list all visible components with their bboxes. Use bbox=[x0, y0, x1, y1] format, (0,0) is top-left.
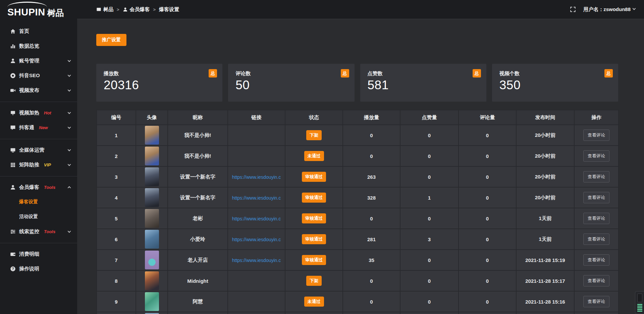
sidebar-item-抖音SEO[interactable]: 抖音SEO bbox=[0, 68, 77, 83]
status-badge: 审核通过 bbox=[302, 213, 326, 223]
chevron-down-icon bbox=[68, 73, 71, 77]
sidebar-item-视频加热[interactable]: 视频加热Hot bbox=[0, 105, 77, 120]
sidebar-item-抖客通[interactable]: 抖客通New bbox=[0, 120, 77, 135]
view-comments-button[interactable]: 查看评论 bbox=[583, 192, 609, 203]
column-header-评论量: 评论量 bbox=[459, 110, 516, 125]
sidebar-subitem-label: 爆客设置 bbox=[19, 199, 38, 205]
user-menu[interactable]: 用户名：zswodun88 bbox=[583, 6, 635, 13]
chevron-down-icon bbox=[633, 7, 636, 10]
cell-status: 审核通过 bbox=[285, 166, 343, 187]
sidebar-item-数据总览[interactable]: 数据总览 bbox=[0, 39, 77, 53]
sidebar-item-label: 矩阵助推 bbox=[19, 162, 39, 168]
sidebar-item-全媒体运营[interactable]: 全媒体运营 bbox=[0, 143, 77, 157]
table-row: 2我不是小帅!未通过00020小时前查看评论 bbox=[97, 146, 619, 166]
floating-side-widget[interactable] bbox=[635, 291, 644, 314]
status-badge: 未通过 bbox=[304, 297, 324, 307]
cell-publish-time: 1天前 bbox=[516, 229, 574, 250]
sidebar-item-视频发布[interactable]: 视频发布 bbox=[0, 83, 77, 98]
sidebar-group: 全媒体运营矩阵助推VIP bbox=[0, 139, 77, 173]
cell-id: 5 bbox=[97, 208, 136, 229]
table-row: 10 bbox=[97, 312, 619, 314]
sidebar-item-消费明细[interactable]: 消费明细 bbox=[0, 247, 77, 261]
video-link[interactable]: https://www.iesdouyin.c bbox=[232, 237, 281, 242]
sliders-icon bbox=[10, 229, 16, 234]
sidebar-item-badge: Tools bbox=[44, 229, 55, 234]
stat-card-total-badge: 总 bbox=[341, 69, 349, 77]
cell-link bbox=[228, 291, 285, 312]
cell-likes: 0 bbox=[400, 250, 459, 270]
cell-link: https://www.iesdouyin.c bbox=[228, 208, 285, 229]
cell-status: 审核通过 bbox=[285, 187, 343, 208]
sidebar-item-线索监控[interactable]: 线索监控Tools bbox=[0, 224, 77, 239]
breadcrumb-label: 树品 bbox=[103, 6, 113, 13]
cell-publish-time: 20小时前 bbox=[516, 125, 574, 146]
view-comments-button[interactable]: 查看评论 bbox=[583, 254, 609, 266]
view-comments-button[interactable]: 查看评论 bbox=[583, 150, 609, 162]
cell-likes: 0 bbox=[400, 146, 459, 166]
sidebar-subitem-爆客设置[interactable]: 爆客设置 bbox=[0, 195, 77, 209]
cell-likes: 3 bbox=[400, 229, 459, 250]
video-link[interactable]: https://www.iesdouyin.c bbox=[232, 174, 281, 180]
cell-status bbox=[285, 312, 343, 314]
sidebar-item-操作说明[interactable]: ?操作说明 bbox=[0, 261, 77, 276]
view-comments-button[interactable]: 查看评论 bbox=[583, 275, 609, 286]
avatar bbox=[145, 230, 159, 249]
grid-icon bbox=[10, 162, 16, 168]
chevron-down-icon bbox=[68, 111, 71, 114]
cell-status: 审核通过 bbox=[285, 229, 343, 250]
breadcrumb-item[interactable]: 爆客设置 bbox=[159, 6, 179, 13]
video-icon bbox=[10, 88, 16, 93]
main-content: 推广设置 播放数20316总评论数50总点赞数581总视频个数350总 编号头像… bbox=[77, 19, 644, 314]
sidebar-item-账号管理[interactable]: 账号管理 bbox=[0, 53, 77, 68]
sidebar-item-label: 消费明细 bbox=[19, 251, 39, 257]
sidebar-item-label: 视频加热 bbox=[19, 110, 39, 116]
sidebar-item-首页[interactable]: 首页 bbox=[0, 24, 77, 39]
cell-nickname: 设置一个新名字 bbox=[168, 187, 228, 208]
stats-row: 播放数20316总评论数50总点赞数581总视频个数350总 bbox=[96, 64, 618, 102]
cell-comments: 0 bbox=[459, 229, 516, 250]
cell-likes bbox=[400, 312, 459, 314]
sidebar-item-label: 全媒体运营 bbox=[19, 147, 44, 153]
logo-text-cn: 树品 bbox=[47, 8, 64, 17]
video-link[interactable]: https://www.iesdouyin.c bbox=[232, 216, 281, 221]
avatar bbox=[145, 251, 159, 269]
cell-id: 7 bbox=[97, 250, 136, 270]
stat-card-label: 播放数 bbox=[104, 70, 216, 77]
sidebar-item-会员爆客[interactable]: 会员爆客Tools bbox=[0, 180, 77, 195]
sidebar-item-矩阵助推[interactable]: 矩阵助推VIP bbox=[0, 157, 77, 172]
sidebar-item-label: 线索监控 bbox=[19, 228, 39, 235]
stat-card-label: 评论数 bbox=[235, 70, 347, 77]
column-header-昵称: 昵称 bbox=[168, 110, 228, 125]
video-link[interactable]: https://www.iesdouyin.c bbox=[232, 195, 281, 201]
cell-comments: 0 bbox=[459, 250, 516, 270]
topbar: 树品>会员爆客>爆客设置 用户名：zswodun88 bbox=[77, 0, 644, 19]
video-link[interactable]: https://www.iesdouyin.c bbox=[232, 258, 281, 263]
status-badge: 审核通过 bbox=[302, 172, 326, 182]
view-comments-button[interactable]: 查看评论 bbox=[583, 171, 609, 182]
fullscreen-icon[interactable] bbox=[570, 6, 576, 12]
view-comments-button[interactable]: 查看评论 bbox=[583, 213, 609, 224]
promo-settings-button[interactable]: 推广设置 bbox=[96, 34, 126, 46]
sidebar-item-label: 抖音SEO bbox=[19, 72, 40, 79]
chevron-down-icon bbox=[68, 125, 71, 129]
widget-screen-icon bbox=[637, 294, 642, 302]
view-comments-button[interactable]: 查看评论 bbox=[583, 233, 609, 245]
cell-nickname: 小爱玲 bbox=[168, 229, 228, 250]
breadcrumb-item[interactable]: 会员爆客 bbox=[123, 6, 150, 13]
column-header-状态: 状态 bbox=[285, 110, 343, 125]
cell-plays: 0 bbox=[343, 208, 400, 229]
sidebar-subitem-活动设置[interactable]: 活动设置 bbox=[0, 209, 77, 224]
accounts-table-wrap: 编号头像昵称链接状态播放量点赞量评论量发布时间操作 1我不是小帅!下架00020… bbox=[96, 110, 618, 314]
cell-avatar bbox=[136, 146, 168, 166]
column-header-操作: 操作 bbox=[574, 110, 619, 125]
cell-link bbox=[228, 146, 285, 166]
cell-link: https://www.iesdouyin.c bbox=[228, 187, 285, 208]
cell-actions: 查看评论 bbox=[574, 250, 619, 270]
wallet-icon bbox=[10, 251, 16, 257]
view-comments-button[interactable]: 查看评论 bbox=[583, 296, 609, 307]
column-header-播放量: 播放量 bbox=[343, 110, 400, 125]
cell-link bbox=[228, 125, 285, 146]
view-comments-button[interactable]: 查看评论 bbox=[583, 129, 609, 141]
breadcrumb-item[interactable]: 树品 bbox=[96, 6, 113, 13]
cell-id: 9 bbox=[97, 291, 136, 312]
